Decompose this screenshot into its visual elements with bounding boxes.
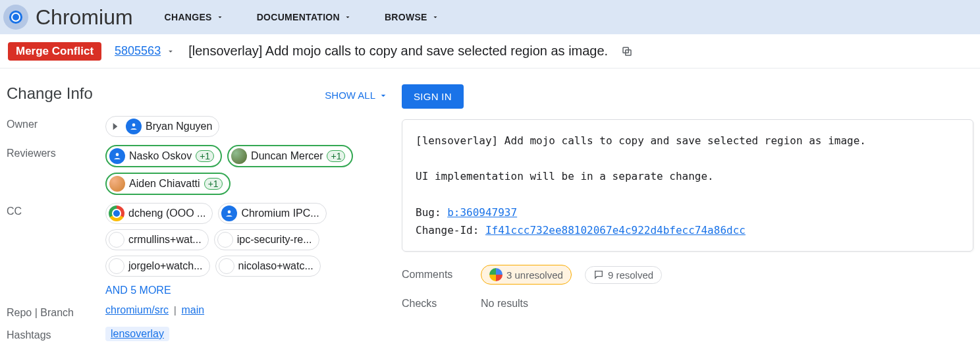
cc-chip[interactable]: Chromium IPC... <box>218 203 326 224</box>
merge-conflict-badge: Merge Conflict <box>8 42 101 61</box>
cc-name: nicolaso+watc... <box>238 260 313 272</box>
cc-chip[interactable]: crmullins+wat... <box>105 229 209 250</box>
nav-documentation-label: DOCUMENTATION <box>257 12 340 22</box>
svg-point-3 <box>13 14 19 20</box>
cc-name: jorgelo+watch... <box>128 260 203 272</box>
owner-name: Bryan Nguyen <box>146 121 212 132</box>
chevron-down-icon <box>166 47 175 56</box>
commit-body: UI implementation will be in a separate … <box>416 170 714 182</box>
separator: | <box>174 305 177 316</box>
nav-changes[interactable]: CHANGES <box>165 12 224 22</box>
unresolved-comments-pill[interactable]: 3 unresolved <box>481 265 572 285</box>
reviewers-row: Reviewers Nasko Oskov +1 Duncan Mercer +… <box>7 145 389 195</box>
checks-row: Checks No results <box>402 298 973 310</box>
avatar-icon <box>109 148 125 164</box>
avatar-icon <box>109 176 125 192</box>
show-all-button[interactable]: SHOW ALL <box>325 90 389 101</box>
svg-point-6 <box>132 123 136 126</box>
repo-link[interactable]: chromium/src <box>105 304 169 316</box>
avatar-icon <box>109 206 124 221</box>
top-bar: Chromium CHANGES DOCUMENTATION BROWSE <box>0 0 980 34</box>
hashtags-row: Hashtags lensoverlay <box>7 327 389 341</box>
reviewer-name: Duncan Mercer <box>251 150 323 162</box>
change-info-panel: Change Info SHOW ALL Owner Bryan Nguyen <box>7 84 389 349</box>
reviewer-chip[interactable]: Duncan Mercer +1 <box>227 145 353 167</box>
hashtag-chip[interactable]: lensoverlay <box>105 327 169 341</box>
cc-name: ipc-security-re... <box>237 234 312 246</box>
chromium-logo-icon <box>3 4 29 30</box>
change-id-link[interactable]: If41ccc732ee88102067e4c922d4bfecc74a86dc… <box>485 224 746 236</box>
copy-icon[interactable] <box>621 45 633 57</box>
avatar-icon <box>221 206 237 221</box>
vote-badge: +1 <box>196 150 214 162</box>
attention-icon <box>111 121 122 132</box>
unresolved-count: 3 unresolved <box>506 269 563 281</box>
avatar-icon <box>109 232 124 248</box>
commit-message-box: [lensoverlay] Add mojo calls to copy and… <box>402 119 973 252</box>
resolved-count: 9 resolved <box>608 269 653 281</box>
branch-link[interactable]: main <box>181 304 204 316</box>
brand[interactable]: Chromium <box>3 4 133 30</box>
brand-title: Chromium <box>36 5 133 30</box>
svg-point-8 <box>228 210 231 213</box>
nav-browse-label: BROWSE <box>385 12 427 22</box>
owner-label: Owner <box>7 116 105 130</box>
owner-row: Owner Bryan Nguyen <box>7 116 389 137</box>
vote-badge: +1 <box>327 150 345 162</box>
owner-chip[interactable]: Bryan Nguyen <box>105 116 219 137</box>
nav-browse[interactable]: BROWSE <box>385 12 439 22</box>
bug-label: Bug: <box>416 206 447 219</box>
avatar-icon <box>126 119 142 134</box>
and-more-button[interactable]: AND 5 MORE <box>105 285 389 296</box>
right-panel: SIGN IN [lensoverlay] Add mojo calls to … <box>402 84 973 310</box>
change-info-heading: Change Info <box>7 84 93 103</box>
hashtags-label: Hashtags <box>7 327 105 341</box>
sub-header: Merge Conflict 5805563 [lensoverlay] Add… <box>0 34 980 69</box>
cc-name: dcheng (OOO ... <box>128 207 205 219</box>
cc-chip[interactable]: ipc-security-re... <box>214 229 319 250</box>
nav-changes-label: CHANGES <box>165 12 212 22</box>
nav-menu: CHANGES DOCUMENTATION BROWSE <box>165 12 439 22</box>
change-title: [lensoverlay] Add mojo calls to copy and… <box>188 43 608 59</box>
chevron-down-icon <box>378 90 389 101</box>
reviewer-chip[interactable]: Nasko Oskov +1 <box>105 145 222 167</box>
reviewer-name: Nasko Oskov <box>129 150 192 162</box>
vote-badge: +1 <box>204 178 223 190</box>
svg-point-7 <box>116 153 119 156</box>
bug-link[interactable]: b:360947937 <box>447 206 517 219</box>
cc-name: crmullins+wat... <box>128 234 202 246</box>
change-id-label: Change-Id: <box>416 224 485 236</box>
reviewers-label: Reviewers <box>7 145 105 159</box>
chevron-down-icon <box>216 13 224 21</box>
checks-label: Checks <box>402 298 468 310</box>
reviewer-chip[interactable]: Aiden Chiavatti +1 <box>105 173 231 195</box>
change-number-dropdown[interactable]: 5805563 <box>115 44 175 58</box>
cc-chip[interactable]: jorgelo+watch... <box>105 256 210 277</box>
comments-icon <box>489 268 503 281</box>
commit-subject: [lensoverlay] Add mojo calls to copy and… <box>416 134 866 147</box>
repo-branch-label: Repo | Branch <box>7 304 105 319</box>
avatar-icon <box>217 232 233 248</box>
avatar-icon <box>219 258 234 274</box>
avatar-icon <box>109 258 124 274</box>
repo-branch-row: Repo | Branch chromium/src | main <box>7 304 389 319</box>
comments-row: Comments 3 unresolved 9 resolved <box>402 265 973 285</box>
comments-label: Comments <box>402 269 468 281</box>
comment-icon <box>593 269 604 280</box>
change-number-link[interactable]: 5805563 <box>115 44 161 58</box>
resolved-comments-pill[interactable]: 9 resolved <box>585 266 662 284</box>
cc-chip[interactable]: nicolaso+watc... <box>215 256 321 277</box>
cc-name: Chromium IPC... <box>241 207 319 219</box>
show-all-label: SHOW ALL <box>325 90 375 101</box>
checks-value: No results <box>481 298 528 310</box>
cc-chip[interactable]: dcheng (OOO ... <box>105 203 213 224</box>
cc-label: CC <box>7 203 105 217</box>
sign-in-button[interactable]: SIGN IN <box>402 84 464 109</box>
chevron-down-icon <box>344 13 352 21</box>
avatar-icon <box>231 148 247 164</box>
main-content: Change Info SHOW ALL Owner Bryan Nguyen <box>0 69 980 356</box>
cc-row: CC dcheng (OOO ... Chromium IPC... crmul… <box>7 203 389 277</box>
nav-documentation[interactable]: DOCUMENTATION <box>257 12 352 22</box>
chevron-down-icon <box>431 13 439 21</box>
reviewer-name: Aiden Chiavatti <box>129 178 200 190</box>
